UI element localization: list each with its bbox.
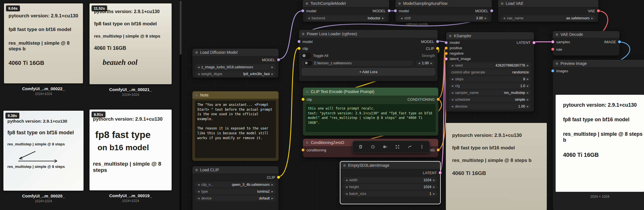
- output-port-model[interactable]: [388, 9, 391, 12]
- increment-icon[interactable]: ▶: [433, 186, 435, 188]
- input-port-model[interactable]: [445, 41, 448, 44]
- input-port-conditioning[interactable]: [302, 149, 304, 151]
- node-header[interactable]: VAE Decode: [553, 31, 619, 38]
- cfg-widget[interactable]: ◀ cfg 1.0 ▶: [449, 83, 531, 89]
- increment-icon[interactable]: ▶: [271, 66, 273, 69]
- collapse-dot-icon[interactable]: [306, 141, 308, 144]
- color-picker-icon[interactable]: [381, 142, 390, 151]
- gallery-thumbnail[interactable]: 11.52s pytiorths version: 2.9.1+cu130 fp…: [90, 3, 172, 84]
- trash-icon[interactable]: [356, 142, 365, 151]
- sampler-name-widget[interactable]: ◀ sampler_name res_multistep ▶: [449, 90, 531, 96]
- input-port-negative[interactable]: [445, 52, 448, 55]
- decrement-icon[interactable]: ◀: [451, 64, 453, 67]
- kebab-menu-icon[interactable]: [417, 142, 426, 151]
- increment-icon[interactable]: ▶: [527, 105, 529, 108]
- node-preview-image[interactable]: Preview Image images pytourch version: 2…: [552, 59, 644, 210]
- prompt-textarea[interactable]: this one will force prompt recalc. text:…: [306, 104, 436, 132]
- collapse-dot-icon[interactable]: [302, 33, 304, 35]
- node-header[interactable]: Preview Image: [553, 60, 644, 67]
- decrement-icon[interactable]: ◀: [451, 78, 453, 81]
- node-header[interactable]: Load Diffusion Model: [192, 49, 279, 56]
- node-ksampler[interactable]: KSampler model LATENT positive negative …: [446, 32, 534, 112]
- input-port-latent-image[interactable]: [445, 57, 448, 60]
- output-port-model[interactable]: [277, 58, 280, 61]
- output-port-model[interactable]: [490, 9, 493, 12]
- preview-output-image[interactable]: pytourch version: 2.9.1+cu130 fp8 fast t…: [556, 95, 644, 192]
- increment-icon[interactable]: ▶: [271, 73, 273, 75]
- decrement-icon[interactable]: ◀: [503, 17, 505, 20]
- input-port-clip[interactable]: [298, 47, 300, 50]
- node-empty-sd3-latent-image[interactable]: EmptySD3LatentImage LATENT ◀ width 1024 …: [340, 161, 441, 204]
- redo-arrow-icon[interactable]: [405, 142, 414, 151]
- decrement-icon[interactable]: ◀: [346, 186, 348, 188]
- backend-widget[interactable]: ◀ backend inductor ▶: [305, 15, 387, 21]
- increment-icon[interactable]: ▶: [527, 78, 529, 81]
- height-widget[interactable]: ◀ height 1024 ▶: [343, 184, 438, 190]
- collapse-dot-icon[interactable]: [195, 169, 198, 171]
- collapse-dot-icon[interactable]: [195, 51, 198, 54]
- increment-icon[interactable]: ▶: [527, 64, 529, 67]
- node-model-sampling-auraflow[interactable]: ModelSamplingAuraFlow model MODEL ◀ shif…: [395, 0, 492, 22]
- batch-size-widget[interactable]: ◀ batch_size 1 ▶: [343, 191, 438, 197]
- output-port-conditioning[interactable]: [437, 149, 440, 151]
- increment-icon[interactable]: ▶: [527, 98, 529, 101]
- collapse-dot-icon[interactable]: [195, 94, 198, 96]
- decrement-icon[interactable]: ◀: [401, 17, 403, 20]
- node-vae-decode[interactable]: VAE Decode samples IMAGE vae: [552, 31, 620, 56]
- gallery-thumbnail[interactable]: 8.91s pythorch version: 2.9.1+cu130 fp8 …: [90, 110, 172, 190]
- weight-dtype-widget[interactable]: ◀ weight_dtype fp8_e4m3fn_fast ▶: [195, 71, 276, 77]
- lora-entry[interactable]: Z:\lenovo_z.safetensors: [302, 60, 413, 66]
- seed-widget[interactable]: ◀ seed 426207996280776 ▶: [449, 62, 531, 68]
- collapse-dot-icon[interactable]: [398, 2, 401, 5]
- decrement-icon[interactable]: ◀: [198, 190, 200, 193]
- node-header[interactable]: Load CLIP: [192, 166, 279, 174]
- input-port-model[interactable]: [298, 40, 300, 43]
- output-port-clip[interactable]: [436, 47, 439, 50]
- node-header[interactable]: KSampler: [446, 32, 534, 40]
- node-header[interactable]: CLIP Text Encode (Positive Prompt): [303, 88, 438, 96]
- vae-name-widget[interactable]: ◀ vae_name ae.safetensors ▶: [501, 15, 596, 21]
- input-port-images[interactable]: [551, 69, 554, 72]
- type-widget[interactable]: ◀ type lumina2 ▶: [195, 188, 276, 194]
- node-image-preview[interactable]: pytourch version: 2.9.1+cu130 fp8 fast t…: [446, 123, 547, 210]
- collapse-dot-icon[interactable]: [556, 62, 558, 65]
- gallery-item[interactable]: 8.91s pythorch version: 2.9.1+cu130 fp8 …: [90, 110, 172, 203]
- node-header[interactable]: ModelSamplingAuraFlow: [395, 0, 492, 7]
- input-port-positive[interactable]: [445, 47, 448, 50]
- output-port-latent[interactable]: [533, 41, 535, 44]
- toggle-all-switch[interactable]: [302, 53, 311, 58]
- decrement-icon[interactable]: ◀: [451, 105, 453, 108]
- decrement-icon[interactable]: ◀: [198, 73, 200, 75]
- node-header[interactable]: Power Lora Loader (rgthree): [299, 30, 438, 38]
- lora-toggle-switch[interactable]: [304, 61, 312, 65]
- output-port-image[interactable]: [618, 40, 621, 43]
- node-clip-text-encode-positive[interactable]: CLIP Text Encode (Positive Prompt) clip …: [303, 87, 438, 136]
- input-port-vae[interactable]: [551, 48, 554, 51]
- node-header[interactable]: Note: [192, 91, 279, 99]
- decrement-icon[interactable]: ◀: [346, 179, 348, 182]
- gallery-item[interactable]: 9.04s pytourch version: 2.9.1+cu130 fp8 …: [4, 3, 83, 96]
- increment-icon[interactable]: ▶: [527, 91, 529, 94]
- increment-icon[interactable]: ▶: [271, 190, 273, 193]
- node-load-clip[interactable]: Load CLIP CLIP ◀ clip_n... qwen_3_4b.saf…: [192, 166, 279, 210]
- node-load-vae[interactable]: Load VAE VAE ◀ vae_name ae.safetensors ▶: [498, 0, 599, 22]
- fit-expand-icon[interactable]: [393, 142, 402, 151]
- input-port-samples[interactable]: [551, 40, 554, 43]
- lora-strength-widget[interactable]: ◀ 1.00 ▶: [416, 60, 435, 66]
- output-port-clip[interactable]: [277, 176, 280, 179]
- collapse-dot-icon[interactable]: [449, 35, 452, 37]
- increment-icon[interactable]: ▶: [527, 85, 529, 87]
- increment-icon[interactable]: ▶: [271, 183, 273, 186]
- control-after-generate-widget[interactable]: control after generate randomize: [449, 69, 531, 75]
- decrement-icon[interactable]: ◀: [198, 197, 200, 200]
- input-port-model[interactable]: [394, 9, 397, 12]
- node-power-lora-loader[interactable]: Power Lora Loader (rgthree) model MODEL …: [299, 30, 438, 81]
- model-file-widget[interactable]: ◀ z_image_turbo_bf16.safetensors ▶: [195, 64, 276, 70]
- output-port-latent[interactable]: [439, 171, 442, 174]
- increment-icon[interactable]: ▶: [433, 179, 435, 182]
- increment-icon[interactable]: ▶: [591, 17, 593, 20]
- gallery-scrollbar-thumb[interactable]: [180, 1, 182, 55]
- increment-icon[interactable]: ▶: [430, 62, 432, 65]
- collapse-dot-icon[interactable]: [306, 90, 308, 93]
- gallery-thumbnail[interactable]: 9.38s pythoch version: 2.9.1+cu130 fp8 f…: [3, 111, 84, 191]
